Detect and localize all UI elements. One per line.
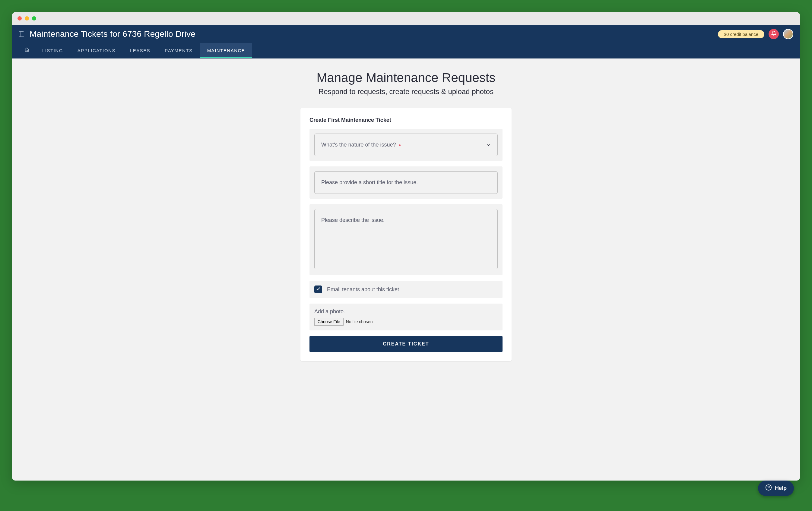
page-title: Maintenance Tickets for 6736 Regello Dri… [30,29,196,39]
issue-nature-label: What's the nature of the issue? [321,142,396,148]
sidebar-toggle-icon[interactable] [19,31,24,37]
nav-tab-applications[interactable]: APPLICATIONS [70,43,123,58]
chevron-down-icon [486,143,491,147]
issue-description-textarea[interactable] [314,209,498,269]
nav-tabs: LISTING APPLICATIONS LEASES PAYMENTS MAI… [19,42,793,59]
bell-icon [771,31,776,37]
window-titlebar [12,12,800,25]
window-minimize-button[interactable] [25,16,29,21]
help-button[interactable]: Help [758,481,794,496]
issue-title-input[interactable] [314,171,498,194]
nav-tab-payments[interactable]: PAYMENTS [157,43,200,58]
window-maximize-button[interactable] [32,16,36,21]
nav-tab-leases[interactable]: LEASES [123,43,157,58]
file-status-text: No file chosen [346,319,373,324]
nav-tab-maintenance[interactable]: MAINTENANCE [200,43,253,58]
credit-balance-badge[interactable]: $0 credit balance [718,30,764,38]
required-indicator-icon [399,144,401,146]
create-ticket-card: Create First Maintenance Ticket What's t… [300,108,512,361]
create-ticket-button[interactable]: CREATE TICKET [310,336,502,352]
user-avatar[interactable] [783,29,793,39]
content-subtitle: Respond to requests, create requests & u… [18,87,794,96]
help-icon [765,484,772,492]
email-tenants-label: Email tenants about this ticket [327,287,399,293]
email-tenants-checkbox[interactable] [314,285,322,293]
window-close-button[interactable] [18,16,22,21]
nav-tab-listing[interactable]: LISTING [35,43,70,58]
content-title: Manage Maintenance Requests [18,70,794,85]
choose-file-button[interactable]: Choose File [314,318,344,326]
help-label: Help [775,485,787,491]
check-icon [316,287,321,293]
issue-nature-select[interactable]: What's the nature of the issue? [314,133,498,156]
notifications-button[interactable] [768,29,779,39]
home-icon [24,48,30,53]
card-title: Create First Maintenance Ticket [310,117,502,123]
add-photo-label: Add a photo. [314,308,498,315]
nav-home-button[interactable] [19,42,35,59]
